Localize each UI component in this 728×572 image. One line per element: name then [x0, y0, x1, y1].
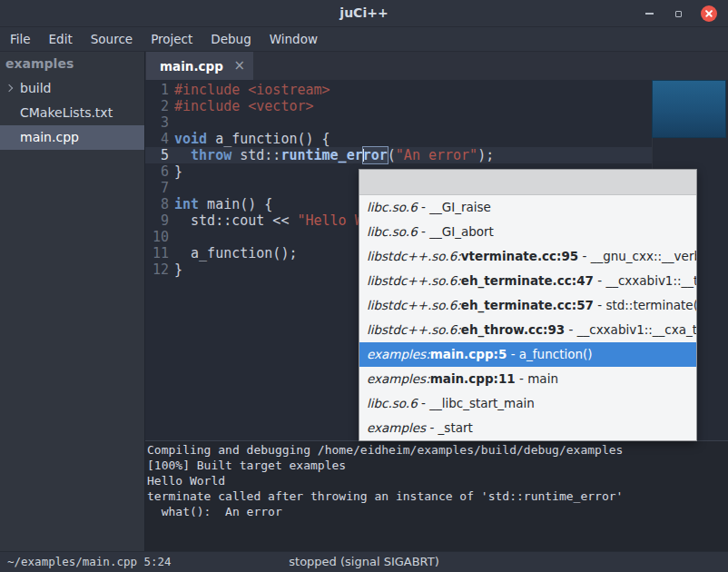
tree-item-cmakelists-txt[interactable]: CMakeLists.txt	[0, 101, 144, 125]
code-line-3[interactable]: 3	[145, 114, 728, 131]
tab-close-icon[interactable]: ×	[233, 59, 245, 73]
minimize-icon	[645, 13, 654, 15]
menu-source[interactable]: Source	[82, 27, 142, 51]
line-number: 5	[145, 147, 169, 163]
backtrace-item[interactable]: examples - _start	[359, 416, 696, 440]
tree-item-label: main.cpp	[20, 130, 79, 144]
code-text: std::cout << "Hello W	[169, 212, 363, 229]
status-bar: ~/examples/main.cpp 5:24 stopped (signal…	[0, 551, 728, 572]
code-text: a_function();	[169, 245, 297, 261]
backtrace-list: libc.so.6 - __GI_raiselibc.so.6 - __GI_a…	[359, 195, 696, 440]
terminal-line: Compiling and debugging /home/eidheim/ex…	[147, 442, 728, 458]
code-text: }	[169, 261, 182, 278]
window-controls	[643, 0, 717, 27]
backtrace-item[interactable]: libstdc++.so.6:eh_terminate.cc:47 - __cx…	[359, 269, 696, 293]
code-line-1[interactable]: 1#include <iostream>	[145, 82, 728, 98]
line-number: 3	[145, 114, 169, 131]
code-text	[169, 229, 174, 245]
backtrace-item[interactable]: libstdc++.so.6:eh_terminate.cc:57 - std:…	[359, 293, 696, 318]
menu-file[interactable]: File	[1, 27, 40, 51]
menu-debug[interactable]: Debug	[202, 27, 260, 51]
code-text: #include <iostream>	[169, 82, 330, 98]
restore-icon	[675, 11, 682, 17]
line-number: 7	[145, 180, 169, 196]
menu-edit[interactable]: Edit	[40, 27, 82, 51]
terminal-panel[interactable]: Compiling and debugging /home/eidheim/ex…	[145, 440, 728, 551]
terminal-line: terminate called after throwing an insta…	[147, 488, 728, 504]
backtrace-popup: libc.so.6 - __GI_raiselibc.so.6 - __GI_a…	[359, 169, 697, 441]
terminal-line: what(): An error	[147, 504, 728, 519]
line-number: 6	[145, 163, 169, 180]
popup-header	[359, 170, 696, 195]
terminal-line: Hello World	[147, 473, 728, 488]
terminal-line: [100%] Built target examples	[147, 458, 728, 473]
status-file-position: ~/examples/main.cpp 5:24	[7, 552, 172, 572]
code-text: throw std::runtime_error("An error");	[169, 147, 494, 163]
menu-project[interactable]: Project	[142, 27, 202, 51]
tree-item-main-cpp[interactable]: main.cpp	[0, 125, 144, 150]
backtrace-item[interactable]: examples:main.cpp:11 - main	[359, 367, 696, 391]
expander-chevron-icon[interactable]	[5, 84, 13, 92]
tree-item-label: build	[20, 81, 51, 95]
line-number: 12	[145, 261, 169, 278]
line-number: 2	[145, 98, 169, 114]
menu-bar: FileEditSourceProjectDebugWindow	[0, 27, 728, 52]
tab-bar: main.cpp ×	[145, 52, 728, 80]
close-button[interactable]	[701, 5, 717, 22]
minimize-button[interactable]	[643, 7, 655, 20]
code-line-2[interactable]: 2#include <vector>	[145, 98, 728, 114]
line-number: 8	[145, 196, 169, 212]
status-debug-state: stopped (signal SIGABRT)	[289, 552, 438, 572]
code-text: #include <vector>	[169, 98, 314, 114]
backtrace-item[interactable]: libc.so.6 - __GI_raise	[359, 195, 696, 220]
line-number: 11	[145, 245, 169, 261]
project-root-label: examples	[0, 52, 144, 76]
backtrace-item[interactable]: libstdc++.so.6:eh_throw.cc:93 - __cxxabi…	[359, 318, 696, 342]
tree-item-label: CMakeLists.txt	[20, 105, 113, 120]
restore-button[interactable]	[672, 7, 684, 20]
backtrace-item[interactable]: libc.so.6 - __GI_abort	[359, 220, 696, 244]
code-text	[169, 114, 174, 131]
code-line-4[interactable]: 4void a_function() {	[145, 131, 728, 147]
code-text: int main() {	[169, 196, 272, 212]
tab-label: main.cpp	[160, 59, 233, 74]
tree-items: buildCMakeLists.txtmain.cpp	[0, 76, 144, 150]
code-text: void a_function() {	[169, 131, 330, 147]
line-number: 4	[145, 131, 169, 147]
code-line-5[interactable]: 5 throw std::runtime_error("An error");	[145, 147, 728, 163]
terminal-lines: Compiling and debugging /home/eidheim/ex…	[147, 442, 728, 519]
editor-overlay-rect	[652, 80, 726, 138]
window-title: juCi++	[0, 0, 728, 26]
code-text: }	[169, 163, 182, 180]
menu-window[interactable]: Window	[261, 27, 327, 51]
line-number: 1	[145, 82, 169, 98]
tree-item-build[interactable]: build	[0, 76, 144, 101]
line-number: 9	[145, 212, 169, 229]
file-tree-panel: examples buildCMakeLists.txtmain.cpp	[0, 52, 145, 551]
backtrace-item[interactable]: libstdc++.so.6:vterminate.cc:95 - __gnu_…	[359, 244, 696, 269]
tab-main-cpp[interactable]: main.cpp ×	[146, 52, 253, 80]
backtrace-item[interactable]: libc.so.6 - __libc_start_main	[359, 391, 696, 416]
line-number: 10	[145, 229, 169, 245]
title-bar: juCi++	[0, 0, 728, 27]
app-window: juCi++ FileEditSourceProjectDebugWindow …	[0, 0, 728, 572]
backtrace-item[interactable]: examples:main.cpp:5 - a_function()	[359, 342, 696, 367]
code-text	[169, 180, 174, 196]
